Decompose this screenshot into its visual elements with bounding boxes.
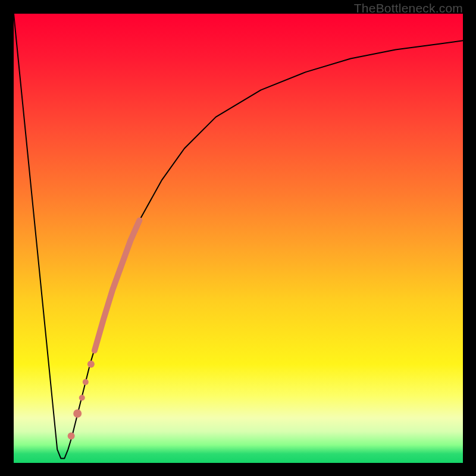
plot-area	[14, 14, 463, 463]
svg-point-1	[83, 379, 89, 385]
chart-svg	[14, 14, 463, 463]
bottleneck-curve	[14, 14, 463, 458]
chart-frame: TheBottleneck.com	[0, 0, 476, 476]
svg-point-4	[68, 433, 75, 440]
attribution-text: TheBottleneck.com	[354, 1, 463, 15]
highlight-dots	[68, 361, 95, 440]
svg-point-3	[73, 409, 82, 418]
svg-point-0	[87, 361, 95, 368]
svg-point-2	[79, 395, 85, 401]
highlight-band	[95, 220, 140, 350]
